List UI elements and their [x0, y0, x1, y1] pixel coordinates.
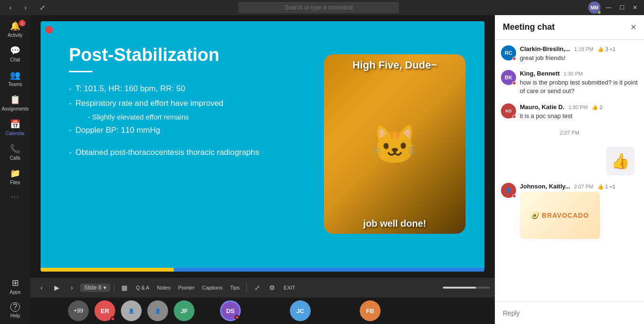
play-button[interactable]: ▶ — [50, 281, 63, 294]
participant-er[interactable]: ER — [94, 300, 115, 321]
content-area: Post-Stabilization T: 101.5, HR: 160 bpm… — [30, 15, 495, 324]
msg-reactions-3[interactable]: 👍 2 — [592, 104, 602, 111]
sidebar-item-label: Help — [10, 313, 20, 318]
msg-body-1: Clarkin-Breslin,... 1:18 PM 👍 3 +1 great… — [520, 45, 638, 62]
slide-label[interactable]: Slide 8 ▾ — [80, 283, 110, 292]
more-participants-badge[interactable]: +99 — [68, 300, 89, 321]
nav-forward-button[interactable]: › — [19, 2, 32, 13]
rc-status-dot — [512, 57, 516, 60]
sidebar-item-label: Teams — [8, 82, 22, 87]
title-bar-nav: ‹ › — [4, 2, 32, 13]
files-icon: 📁 — [10, 168, 20, 179]
msg-avatar-bk: BK — [501, 70, 516, 85]
sidebar-item-assignments[interactable]: 📋 Assignments — [0, 91, 30, 115]
sidebar-item-calls[interactable]: 📞 Calls — [0, 140, 30, 164]
calendar-icon: 📅 — [10, 119, 20, 129]
help-icon: ? — [10, 302, 20, 312]
kd-status-dot — [512, 115, 516, 119]
participant-photo-1[interactable]: 👤 — [121, 300, 142, 321]
sidebar-item-chat[interactable]: 💬 Chat — [0, 42, 30, 66]
slide-title: Post-Stabilization — [69, 45, 314, 65]
participant-jc[interactable]: JC — [290, 300, 311, 321]
qa-button[interactable]: Q & A — [133, 284, 153, 291]
sidebar-item-teams[interactable]: 👥 Teams — [0, 66, 30, 91]
user-avatar[interactable]: MM — [588, 1, 601, 14]
msg-body-2: King, Bennett 1:30 PM how is the probnp … — [520, 70, 638, 95]
sidebar: 🔔 Activity 1 💬 Chat 👥 Teams 📋 Assignment… — [0, 15, 30, 324]
sidebar-item-help[interactable]: ? Help — [0, 298, 30, 322]
msg-text-3: it is a poc snap test — [520, 112, 638, 120]
sidebar-bottom: ⊞ Apps ? Help — [0, 274, 30, 322]
captions-button[interactable]: Captions — [199, 284, 225, 291]
user-status-badge — [597, 10, 601, 14]
search-input[interactable] — [238, 2, 399, 13]
sidebar-item-apps[interactable]: ⊞ Apps — [0, 274, 30, 298]
progress-bar-fill — [443, 287, 476, 289]
sidebar-item-label: Files — [10, 180, 20, 185]
cat-image-content: High Five, Dude~ 🐱 job well done! — [324, 54, 466, 234]
msg-reactions-1[interactable]: 👍 3 +1 — [597, 46, 616, 52]
participant-ds-dot — [235, 315, 239, 320]
participant-jf[interactable]: JF — [174, 300, 195, 321]
slide-cat-image: High Five, Dude~ 🐱 job well done! — [324, 54, 466, 234]
msg-meta-2: King, Bennett 1:30 PM — [520, 70, 638, 77]
participant-photo-2[interactable]: 👤 — [147, 300, 168, 321]
sidebar-item-label: Calls — [10, 155, 20, 161]
sidebar-item-more[interactable]: ··· — [0, 189, 30, 204]
sidebar-item-label: Activity — [8, 33, 23, 38]
exit-button[interactable]: EXIT — [281, 284, 298, 291]
cat-top-text: High Five, Dude~ — [352, 59, 437, 71]
participant-status-dot — [110, 316, 115, 321]
bullet-4: Doppler BP: 110 mmHg — [69, 123, 314, 138]
msg-reactions-5[interactable]: 👍 1 +1 — [597, 184, 616, 190]
sidebar-item-label: Calendar — [6, 131, 25, 136]
chat-message-3: KD Mauro, Katie D. 1:30 PM 👍 2 it is a p… — [501, 103, 638, 120]
participants-bar: +99 ER 👤 👤 JF DS JC — [30, 298, 495, 324]
maximize-button[interactable]: ☐ — [617, 2, 627, 13]
participant-ds[interactable]: DS — [220, 300, 241, 321]
fit-screen-button[interactable]: ⤢ — [251, 281, 264, 294]
bullet-5: Obtained post-thoracocentesis thoracic r… — [69, 145, 314, 160]
chat-panel: Meeting chat ✕ RC Clarkin-Breslin,... 1:… — [495, 15, 644, 324]
more-icon: ··· — [11, 193, 19, 200]
nav-back-button[interactable]: ‹ — [4, 2, 17, 13]
progress-bar — [443, 287, 490, 289]
slide-bottom-bar — [41, 268, 484, 272]
title-bar-left: ‹ › ⤢ — [4, 2, 49, 13]
msg-text-1: great job friends! — [520, 54, 638, 62]
reply-input[interactable] — [503, 309, 636, 317]
chat-messages: RC Clarkin-Breslin,... 1:18 PM 👍 3 +1 gr… — [495, 40, 644, 301]
prev-slide-button[interactable]: ‹ — [35, 281, 48, 294]
bullet-1: T: 101.5, HR: 160 bpm, RR: 50 — [69, 82, 314, 96]
sidebar-item-files[interactable]: 📁 Files — [0, 164, 30, 189]
msg-avatar-kd: KD — [501, 103, 516, 119]
minimize-button[interactable]: — — [603, 2, 614, 13]
apps-icon: ⊞ — [12, 278, 19, 288]
pop-out-button[interactable]: ⤢ — [36, 2, 49, 13]
notes-button[interactable]: Notes — [154, 284, 173, 291]
thumbnail-button[interactable]: ▦ — [118, 281, 131, 294]
toolbar-sep-2 — [246, 283, 247, 292]
sidebar-item-activity[interactable]: 🔔 Activity 1 — [0, 17, 30, 42]
recording-indicator — [45, 26, 53, 34]
bravocado-sticker: 🥑 BRAVOCADO — [520, 192, 600, 239]
chat-close-button[interactable]: ✕ — [630, 23, 636, 32]
close-button[interactable]: ✕ — [630, 2, 640, 13]
msg-time-1: 1:18 PM — [574, 46, 593, 52]
settings-button[interactable]: ⚙ — [266, 281, 279, 294]
bullet-3-sub: Slightly elevated effort remains — [69, 111, 314, 123]
msg-time-2: 1:30 PM — [564, 71, 583, 77]
timestamp-divider-4: 2:07 PM — [501, 128, 638, 137]
participant-fb[interactable]: FB — [360, 300, 381, 321]
teams-icon: 👥 — [10, 70, 20, 80]
sidebar-item-label: Chat — [10, 57, 20, 62]
tips-button[interactable]: Tips — [227, 284, 242, 291]
thumbs-up-sticker: 👍 — [606, 147, 635, 175]
toolbar-sep-1 — [114, 283, 114, 292]
bullet-2: Respiratory rate and effort have improve… — [69, 96, 314, 111]
pointer-button[interactable]: Pointer — [175, 284, 197, 291]
bk-status-dot — [512, 81, 516, 85]
sidebar-item-calendar[interactable]: 📅 Calendar — [0, 115, 30, 140]
next-slide-button[interactable]: › — [65, 281, 78, 294]
sidebar-item-label: Assignments — [1, 106, 28, 111]
